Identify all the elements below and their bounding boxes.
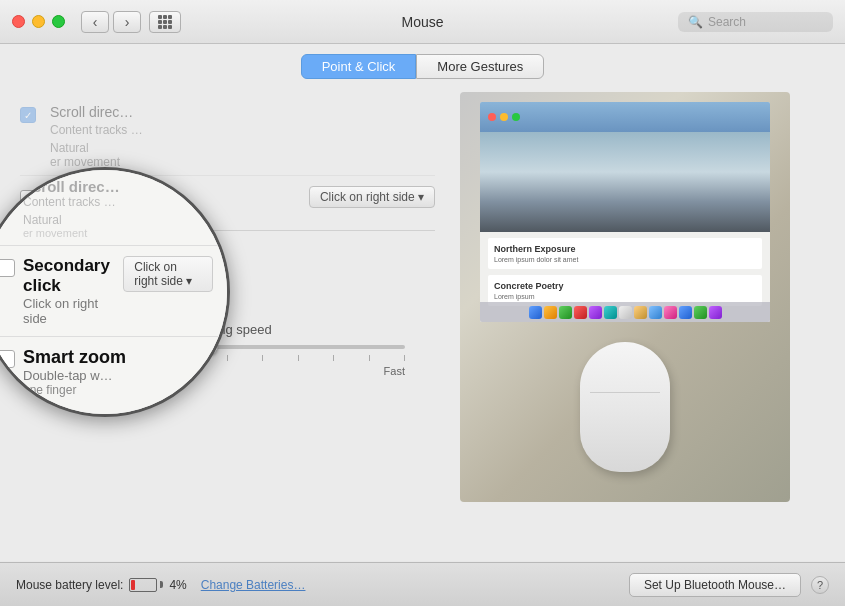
maximize-button[interactable] (52, 15, 65, 28)
screen-preview: Northern Exposure Lorem ipsum dolor sit … (480, 102, 770, 322)
mag-scroll-title: Scroll direc… (23, 178, 120, 195)
battery-fill (131, 580, 134, 590)
dock-icon-8 (634, 306, 647, 319)
scroll-control: Natural er movement (50, 141, 435, 169)
bluetooth-setup-button[interactable]: Set Up Bluetooth Mouse… (629, 573, 801, 597)
secondary-dropdown[interactable]: Click on right side ▾ (309, 186, 435, 208)
scroll-text: Scroll direc… Content tracks … Natural e… (50, 103, 435, 169)
battery-percent: 4% (169, 578, 186, 592)
screen-top-bar (480, 102, 770, 132)
battery-label: Mouse battery level: (16, 578, 123, 592)
mag-scroll-text: Scroll direc… Content tracks … Natural e… (23, 178, 120, 239)
dock-icon-9 (649, 306, 662, 319)
screen-card-1: Northern Exposure Lorem ipsum dolor sit … (488, 238, 762, 269)
mouse-shape (580, 342, 670, 472)
change-batteries-button[interactable]: Change Batteries… (201, 578, 306, 592)
dock-icon-1 (529, 306, 542, 319)
right-panel: Northern Exposure Lorem ipsum dolor sit … (455, 87, 845, 561)
mag-secondary-checkbox (0, 259, 15, 277)
search-icon: 🔍 (688, 15, 703, 29)
grid-icon (158, 15, 172, 29)
secondary-control: Click on right side ▾ (309, 186, 435, 208)
dock-icon-11 (679, 306, 692, 319)
scroll-checkbox[interactable]: ✓ (20, 107, 36, 123)
back-button[interactable]: ‹ (81, 11, 109, 33)
scroll-title: Scroll direc… (50, 103, 435, 121)
left-panel: ✓ Scroll direc… Content tracks … Natural… (0, 87, 455, 561)
screen-traffic-lights (488, 113, 520, 121)
dock-icon-4 (574, 306, 587, 319)
grid-button[interactable] (149, 11, 181, 33)
dock-icons (529, 306, 722, 319)
titlebar: ‹ › Mouse 🔍 Search (0, 0, 845, 44)
mag-secondary-control: Click on right side ▾ (123, 256, 213, 292)
dock-icon-5 (589, 306, 602, 319)
bottom-right-buttons: Set Up Bluetooth Mouse… ? (629, 573, 829, 597)
tab-more-gestures[interactable]: More Gestures (416, 54, 544, 79)
dock-icon-12 (694, 306, 707, 319)
screen-content: Northern Exposure Lorem ipsum dolor sit … (480, 132, 770, 322)
tab-point-click[interactable]: Point & Click (301, 54, 417, 79)
mag-secondary-dropdown[interactable]: Click on right side ▾ (123, 256, 213, 292)
screen-card-desc-2: Lorem ipsum (494, 293, 756, 300)
dock-icon-6 (604, 306, 617, 319)
mag-smart-checkbox (0, 350, 15, 368)
mag-natural: Natural (23, 213, 120, 227)
mag-smart-title: Smart zoom (23, 347, 126, 368)
magnify-circle: ✓ Scroll direc… Content tracks … Natural… (0, 167, 230, 417)
screen-card-title-2: Concrete Poetry (494, 281, 756, 291)
forward-button[interactable]: › (113, 11, 141, 33)
mouse-body (580, 342, 670, 472)
help-button[interactable]: ? (811, 576, 829, 594)
mag-smart-sub: one finger (23, 383, 126, 397)
battery-tip (160, 581, 163, 588)
search-placeholder: Search (708, 15, 746, 29)
battery-body (129, 578, 157, 592)
mag-secondary-desc: Click on right side (23, 296, 115, 326)
dock-icon-3 (559, 306, 572, 319)
screen-dock (480, 302, 770, 322)
mag-smart-row: Smart zoom Double-tap w… one finger (0, 337, 227, 407)
screen-hero (480, 132, 770, 232)
traffic-lights (12, 15, 65, 28)
mag-secondary-row: Secondary click Click on right side Clic… (0, 246, 227, 337)
mouse-image-area: Northern Exposure Lorem ipsum dolor sit … (460, 92, 790, 502)
scroll-direction-row: ✓ Scroll direc… Content tracks … Natural… (20, 97, 435, 176)
scroll-checkbox-area: ✓ (20, 107, 40, 127)
window-title: Mouse (401, 14, 443, 30)
close-button[interactable] (12, 15, 25, 28)
scroll-desc: Content tracks … (50, 123, 435, 137)
mag-secondary-text: Secondary click Click on right side (23, 256, 115, 326)
bottom-bar: Mouse battery level: 4% Change Batteries… (0, 562, 845, 606)
minimize-button[interactable] (32, 15, 45, 28)
dock-icon-2 (544, 306, 557, 319)
nav-buttons: ‹ › (81, 11, 141, 33)
battery-icon (129, 578, 163, 592)
fast-label: Fast (384, 365, 405, 377)
mouse-divider (590, 392, 660, 393)
screen-card-desc-1: Lorem ipsum dolor sit amet (494, 256, 756, 263)
search-bar[interactable]: 🔍 Search (678, 12, 833, 32)
dock-icon-13 (709, 306, 722, 319)
dock-icon-7 (619, 306, 632, 319)
mag-secondary-title: Secondary click (23, 256, 115, 296)
magnify-inner: ✓ Scroll direc… Content tracks … Natural… (0, 170, 227, 414)
mag-movement: er movement (23, 227, 120, 239)
dock-icon-10 (664, 306, 677, 319)
tabs-bar: Point & Click More Gestures (0, 44, 845, 87)
mag-smart-text: Smart zoom Double-tap w… one finger (23, 347, 126, 397)
battery-info: Mouse battery level: 4% Change Batteries… (16, 578, 305, 592)
mag-scroll-desc: Content tracks … (23, 195, 120, 209)
mag-scroll-checkbox: ✓ (0, 182, 15, 200)
screen-card-title-1: Northern Exposure (494, 244, 756, 254)
mag-smart-desc: Double-tap w… (23, 368, 126, 383)
main-content: ✓ Scroll direc… Content tracks … Natural… (0, 87, 845, 561)
mag-scroll-row: ✓ Scroll direc… Content tracks … Natural… (0, 170, 227, 246)
scroll-natural: Natural (50, 141, 89, 155)
